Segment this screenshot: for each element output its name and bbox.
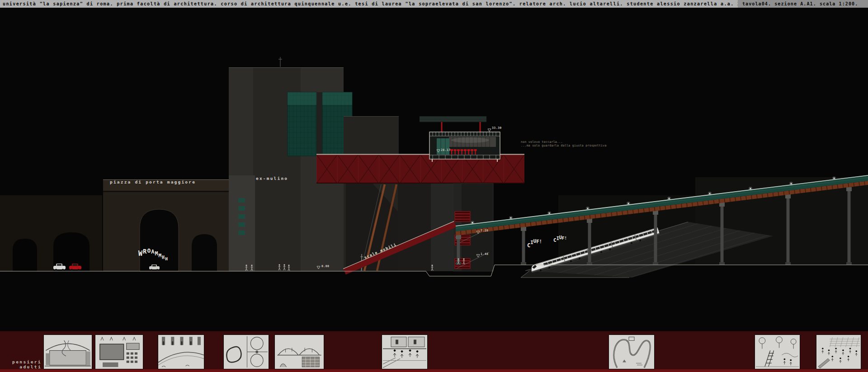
child-drawing-thumbnail-2 xyxy=(95,334,143,369)
child-drawing-thumbnail-7 xyxy=(609,334,655,369)
children-drawings-strip: pensieri adulti xyxy=(0,331,868,372)
section-drawing xyxy=(0,0,868,372)
child-drawing-thumbnail-5 xyxy=(274,334,324,369)
child-drawing-thumbnail-8 xyxy=(755,334,800,369)
presentation-board: università "la sapienza" di roma. prima … xyxy=(0,0,868,372)
child-drawing-thumbnail-3 xyxy=(158,334,204,369)
train-sound-text-2: CIUF! xyxy=(553,233,567,242)
child-drawing-thumbnail-6 xyxy=(382,334,428,369)
annotation-quote: non volevo toccarla... ...ma solo guarda… xyxy=(521,140,607,147)
level-marker-stair-upper: 7.28 xyxy=(481,229,488,232)
child-drawing-thumbnail-4 xyxy=(223,334,269,369)
car-sound-text: WROAMMHH xyxy=(138,248,168,257)
child-drawing-thumbnail-1 xyxy=(43,334,92,369)
child-drawing-thumbnail-9 xyxy=(816,334,861,369)
caption-line-2: adulti xyxy=(8,364,42,369)
level-marker-capsule-top: 33.30 xyxy=(492,126,502,130)
annotation-line-2: ...ma solo guardarla dalla giusta prospe… xyxy=(521,144,607,147)
glass-curtain-walls xyxy=(288,92,352,156)
strip-caption: pensieri adulti xyxy=(8,359,42,369)
level-marker-stair-lower: 1.48 xyxy=(481,252,488,256)
level-marker-capsule-floor: 28.17 xyxy=(441,148,451,152)
level-marker-ground: 0.00 xyxy=(321,264,329,268)
annotation-line-1: non volevo toccarla... xyxy=(521,140,607,144)
caption-line-1: pensieri xyxy=(8,359,42,364)
train-sound-text-1: CIUF! xyxy=(527,238,542,246)
ex-mulino-label: ex-mulino xyxy=(256,176,288,181)
footer-red-line xyxy=(0,369,868,372)
piazza-label: piazza di porta maggiore xyxy=(110,179,196,184)
